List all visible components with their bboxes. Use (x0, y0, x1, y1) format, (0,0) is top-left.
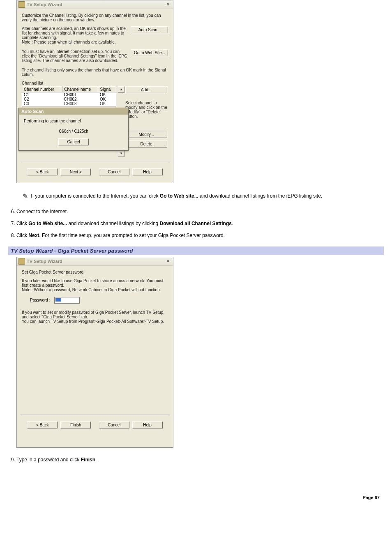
auto-scan-popup-title: Auto Scan (19, 108, 128, 115)
col-signal[interactable]: Signal (98, 87, 116, 92)
pw-hint: If you want to set or modify password of… (22, 310, 168, 324)
dialog-titlebar: TV Setup Wizard × (17, 257, 173, 266)
table-row[interactable]: C2 CH002 OK (22, 97, 116, 101)
delete-button-label: Delete (141, 142, 152, 146)
website-description: You must have an internet connection set… (22, 49, 128, 63)
auto-scan-popup: Auto Scan Performing to scan the channel… (18, 108, 129, 151)
wizard-nav: < Back Finish Cancel Help (22, 417, 168, 431)
auto-scan-message: Performing to scan the channel. (24, 119, 123, 123)
auto-scan-button-label: Auto Scan... (138, 28, 161, 32)
add-button[interactable]: Add... (125, 86, 167, 93)
go-to-website-button[interactable]: Go to Web Site... (131, 49, 168, 56)
note-icon: ✎ (21, 191, 30, 201)
channel-list-label: Channel list : (22, 81, 168, 85)
next-button[interactable]: Next > (60, 168, 91, 175)
instruction-list: Connect to the Internet. Click Go to Web… (8, 208, 384, 240)
step-6: Connect to the Internet. (16, 208, 384, 216)
table-row[interactable]: C1 CH001 OK (22, 92, 116, 97)
app-icon (18, 1, 25, 8)
scroll-up-button[interactable]: ▲ (118, 86, 125, 93)
cancel-button[interactable]: Cancel (99, 168, 129, 175)
password-input[interactable] (54, 297, 80, 304)
modify-button[interactable]: Modify... (125, 131, 167, 138)
tv-setup-wizard-channel-dialog: TV Setup Wizard × Customize the Channel … (16, 0, 173, 183)
pw-heading: Set Giga Pocket Server password. (22, 270, 168, 274)
auto-scan-button[interactable]: Auto Scan... (131, 26, 168, 33)
app-icon (18, 258, 25, 265)
step-8: Click Next. For the first time setup, yo… (16, 232, 384, 240)
auto-scan-cancel-label: Cancel (67, 140, 80, 144)
dialog-title: TV Setup Wizard (27, 2, 62, 7)
step-7: Click Go to Web site... and download cha… (16, 220, 384, 228)
col-channel-name[interactable]: Channel name (62, 87, 98, 92)
pw-description: If you later would like to use Giga Pock… (22, 279, 168, 292)
internet-note: ✎ If your computer is connected to the I… (21, 191, 384, 201)
finish-button[interactable]: Finish (60, 421, 91, 428)
wizard-nav: < Back Next > Cancel Help (22, 164, 168, 178)
dialog-title: TV Setup Wizard (27, 259, 62, 264)
channel-table[interactable]: Channel number Channel name Signal C1 CH… (22, 86, 116, 106)
side-help-text: Select channel to modify and click on th… (125, 101, 168, 119)
instruction-list-2: Type in a password and click Finish. (8, 456, 384, 464)
modify-button-label: Modify... (138, 132, 154, 137)
help-button[interactable]: Help (132, 421, 163, 428)
col-channel-number[interactable]: Channel number (22, 87, 62, 92)
step-9: Type in a password and click Finish. (16, 456, 384, 464)
close-icon[interactable]: × (165, 258, 171, 264)
scroll-down-button[interactable]: ▼ (118, 150, 125, 157)
go-to-website-button-label: Go to Web Site... (134, 51, 165, 55)
back-button[interactable]: < Back (27, 168, 58, 175)
auto-scan-progress: C68ch / C125ch (24, 129, 123, 134)
signal-note: The channel listing only saves the chann… (22, 68, 168, 77)
add-button-label: Add... (141, 88, 152, 92)
intro-text: Customize the Channel listing. By clicki… (22, 13, 168, 22)
dialog-titlebar: TV Setup Wizard × (17, 0, 173, 9)
table-row[interactable]: C3 CH003 OK (22, 101, 116, 106)
figure-caption: TV Setup Wizard - Giga Pocket Server pas… (8, 246, 384, 255)
back-button[interactable]: < Back (27, 421, 58, 428)
close-icon[interactable]: × (165, 2, 171, 7)
help-button[interactable]: Help (132, 168, 163, 175)
cancel-button[interactable]: Cancel (99, 421, 129, 428)
password-label: Password : (30, 298, 50, 302)
autoscan-description: After channels are scanned, an OK mark s… (22, 26, 128, 44)
auto-scan-cancel-button[interactable]: Cancel (58, 138, 89, 145)
page-footer: Page 67 (0, 479, 392, 504)
delete-button[interactable]: Delete (125, 140, 167, 147)
tv-setup-wizard-password-dialog: TV Setup Wizard × Set Giga Pocket Server… (16, 257, 173, 448)
